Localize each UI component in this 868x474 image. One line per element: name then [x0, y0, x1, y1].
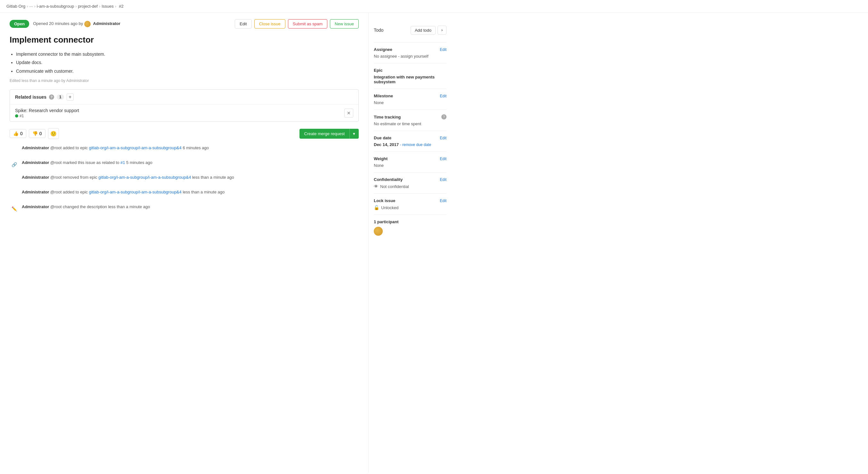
thumbs-up-count: 0: [20, 131, 23, 136]
todo-label: Todo: [374, 28, 383, 33]
activity-link-1[interactable]: #1: [120, 160, 125, 165]
milestone-row: Milestone Edit: [374, 94, 446, 98]
related-issue-item: Spike: Research vendor support #1 ✕: [10, 105, 359, 121]
activity-icon-3: [10, 190, 19, 198]
create-merge-request-button[interactable]: Create merge request: [300, 129, 349, 139]
issue-title: Implement connector: [10, 35, 359, 45]
merge-request-btn-group: Create merge request ▾: [300, 129, 359, 139]
milestone-label: Milestone: [374, 94, 393, 98]
lock-issue-row: Lock issue Edit: [374, 198, 446, 203]
milestone-section: Milestone Edit None: [374, 89, 446, 110]
todo-row: Todo Add todo ›: [374, 23, 446, 38]
participants-section: 1 participant: [374, 215, 446, 241]
epic-row: Epic: [374, 68, 446, 73]
time-tracking-help-icon[interactable]: ?: [441, 114, 446, 120]
due-date-edit-link[interactable]: Edit: [440, 136, 446, 140]
activity-text-1: Administrator @root marked this issue as…: [22, 160, 152, 165]
assignee-label: Assignee: [374, 47, 392, 52]
time-tracking-value: No estimate or time spent: [374, 121, 446, 126]
activity-text-0: Administrator @root added to epic gitlab…: [22, 146, 209, 150]
pencil-icon: ✏️: [10, 204, 19, 213]
activity-link-0[interactable]: gitlab-org/i-am-a-subgroup/i-am-a-subsub…: [89, 146, 182, 150]
breadcrumb-issue-number: #2: [119, 4, 123, 9]
participant-avatar: [374, 227, 383, 236]
breadcrumb-gitlab-org[interactable]: Gitlab Org: [6, 4, 25, 9]
due-date-value: Dec 14, 2017: [374, 142, 399, 147]
weight-section: Weight Edit None: [374, 152, 446, 172]
content-area: Open Opened 20 minutes ago by Administra…: [0, 13, 368, 473]
related-issues-header: Related issues ? 1 +: [10, 90, 359, 105]
related-issue-ref: #1: [15, 114, 79, 118]
due-date-label: Due date: [374, 135, 392, 140]
activity-log: Administrator @root added to epic gitlab…: [10, 146, 359, 213]
activity-text-4: Administrator @root changed the descript…: [22, 204, 150, 209]
new-issue-button[interactable]: New issue: [330, 19, 359, 29]
edited-note: Edited less than a minute ago by Adminis…: [10, 78, 359, 83]
milestone-edit-link[interactable]: Edit: [440, 94, 446, 98]
issue-header: Open Opened 20 minutes ago by Administra…: [10, 19, 359, 29]
reactions-row: 👍 0 👎 0 🙂 Create merge request ▾: [10, 128, 359, 139]
assignee-edit-link[interactable]: Edit: [440, 48, 446, 52]
confidentiality-row: Confidentiality Edit: [374, 177, 446, 182]
related-issues-box: Related issues ? 1 + Spike: Research ven…: [10, 89, 359, 122]
todo-section: Todo Add todo ›: [374, 18, 446, 42]
body-item-1: Implement connector to the main subsyste…: [16, 51, 359, 58]
time-tracking-label: Time tracking: [374, 115, 401, 120]
activity-text-2: Administrator @root removed from epic gi…: [22, 175, 234, 180]
weight-label: Weight: [374, 156, 388, 161]
thumbs-up-button[interactable]: 👍 0: [10, 129, 26, 138]
due-date-section: Due date Edit Dec 14, 2017 - remove due …: [374, 131, 446, 152]
author-avatar: [84, 21, 91, 27]
eye-icon: 👁: [374, 184, 378, 189]
lock-issue-edit-link[interactable]: Edit: [440, 198, 446, 203]
add-todo-button[interactable]: Add todo: [411, 26, 436, 35]
lock-issue-section: Lock issue Edit 🔓 Unlocked: [374, 194, 446, 215]
activity-link-3[interactable]: gitlab-org/i-am-a-subgroup/i-am-a-subsub…: [89, 190, 182, 194]
lock-issue-value-row: 🔓 Unlocked: [374, 205, 446, 210]
emoji-picker-button[interactable]: 🙂: [48, 128, 59, 139]
breadcrumb: Gitlab Org › ··· › i-am-a-subsubgroup › …: [0, 0, 868, 13]
weight-edit-link[interactable]: Edit: [440, 157, 446, 161]
due-date-value-row: Dec 14, 2017 - remove due date: [374, 142, 446, 147]
related-issue-info: Spike: Research vendor support #1: [15, 108, 79, 118]
related-issues-help-icon[interactable]: ?: [49, 94, 54, 100]
activity-link-2[interactable]: gitlab-org/i-am-a-subgroup/i-am-a-subsub…: [98, 175, 191, 180]
time-tracking-section: Time tracking ? No estimate or time spen…: [374, 110, 446, 131]
activity-icon-2: [10, 175, 19, 184]
confidentiality-value: Not confidential: [380, 184, 409, 189]
related-issue-title: Spike: Research vendor support: [15, 108, 79, 113]
issue-meta: Opened 20 minutes ago by Administrator: [33, 21, 231, 27]
breadcrumb-project[interactable]: project-def: [78, 4, 97, 9]
submit-spam-button[interactable]: Submit as spam: [288, 19, 327, 29]
remove-related-issue-button[interactable]: ✕: [344, 108, 353, 118]
merge-request-dropdown-button[interactable]: ▾: [349, 129, 359, 139]
activity-item-4: ✏️ Administrator @root changed the descr…: [10, 204, 359, 213]
body-item-2: Update docs.: [16, 59, 359, 66]
breadcrumb-subsubgroup[interactable]: i-am-a-subsubgroup: [37, 4, 74, 9]
header-actions: Edit Close issue Submit as spam New issu…: [235, 19, 359, 29]
status-badge: Open: [10, 20, 29, 28]
due-date-row: Due date Edit: [374, 135, 446, 140]
breadcrumb-issues[interactable]: Issues: [101, 4, 114, 9]
remove-due-date-link[interactable]: - remove due date: [400, 143, 431, 147]
assignee-section: Assignee Edit No assignee - assign yours…: [374, 42, 446, 63]
related-issues-label: Related issues: [15, 94, 46, 100]
thumbs-down-count: 0: [39, 131, 42, 136]
thumbs-down-button[interactable]: 👎 0: [29, 129, 45, 138]
confidentiality-value-row: 👁 Not confidential: [374, 184, 446, 189]
confidentiality-label: Confidentiality: [374, 177, 403, 182]
todo-actions: Add todo ›: [411, 26, 446, 35]
confidentiality-edit-link[interactable]: Edit: [440, 178, 446, 182]
edit-button[interactable]: Edit: [235, 19, 251, 29]
activity-text-3: Administrator @root added to epic gitlab…: [22, 190, 224, 194]
add-related-issue-button[interactable]: +: [67, 94, 74, 101]
activity-icon-0: [10, 146, 19, 154]
breadcrumb-ellipsis[interactable]: ···: [29, 4, 33, 9]
epic-section: Epic Integration with new payments subsy…: [374, 63, 446, 89]
todo-chevron-button[interactable]: ›: [437, 26, 446, 35]
sidebar: Todo Add todo › Assignee Edit No assigne…: [368, 13, 452, 473]
close-issue-button[interactable]: Close issue: [254, 19, 285, 29]
weight-row: Weight Edit: [374, 156, 446, 161]
epic-value: Integration with new payments subsystem: [374, 75, 446, 84]
epic-label: Epic: [374, 68, 382, 73]
